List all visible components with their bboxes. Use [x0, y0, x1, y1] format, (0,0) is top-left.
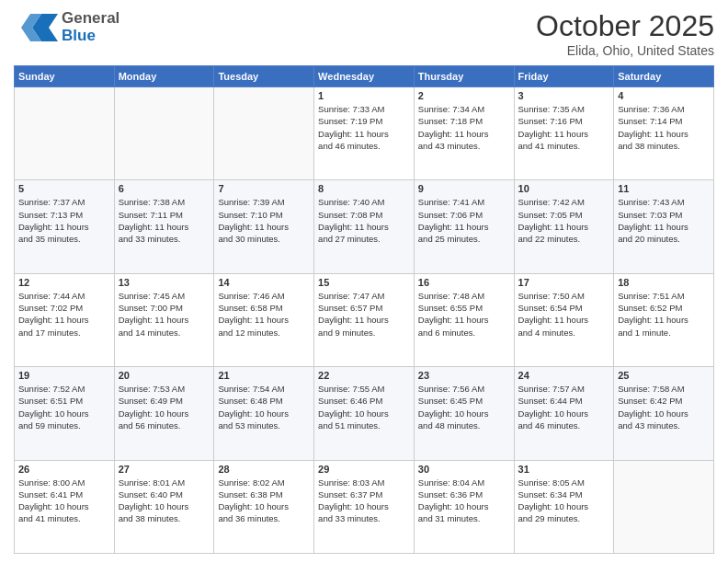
month-title: October 2025 [536, 9, 714, 43]
table-cell: 29Sunrise: 8:03 AMSunset: 6:37 PMDayligh… [314, 460, 415, 553]
calendar-table: Sunday Monday Tuesday Wednesday Thursday… [14, 65, 714, 554]
day-info-line: and 1 minute. [618, 327, 671, 338]
day-info-line: Daylight: 10 hours [518, 501, 589, 511]
day-info-line: Sunset: 7:11 PM [119, 210, 183, 220]
table-cell: 8Sunrise: 7:40 AMSunset: 7:08 PMDaylight… [314, 180, 415, 273]
table-cell: 19Sunrise: 7:52 AMSunset: 6:51 PMDayligh… [15, 367, 115, 460]
table-cell: 30Sunrise: 8:04 AMSunset: 6:36 PMDayligh… [414, 460, 514, 553]
day-info-line: Sunset: 7:16 PM [518, 116, 583, 126]
page: General Blue October 2025 Elida, Ohio, U… [0, 0, 728, 563]
table-cell: 14Sunrise: 7:46 AMSunset: 6:58 PMDayligh… [214, 273, 314, 366]
day-info-line: and 38 minutes. [119, 513, 181, 523]
week-row-4: 26Sunrise: 8:00 AMSunset: 6:41 PMDayligh… [15, 460, 714, 553]
table-cell: 21Sunrise: 7:54 AMSunset: 6:48 PMDayligh… [214, 367, 314, 460]
header-monday: Monday [114, 66, 214, 87]
day-info: Sunrise: 7:42 AMSunset: 7:05 PMDaylight:… [518, 196, 610, 245]
day-info-line: and 27 minutes. [318, 234, 381, 244]
day-info-line: Sunset: 6:34 PM [518, 489, 583, 500]
day-info-line: Daylight: 10 hours [318, 408, 389, 419]
day-info-line: Sunrise: 8:04 AM [418, 477, 484, 488]
day-info-line: Sunset: 7:14 PM [618, 116, 682, 126]
day-info-line: and 33 minutes. [119, 234, 181, 244]
table-cell: 17Sunrise: 7:50 AMSunset: 6:54 PMDayligh… [514, 273, 614, 366]
day-info-line: Sunset: 6:38 PM [218, 489, 282, 500]
day-info-line: Daylight: 10 hours [119, 501, 189, 511]
day-info-line: Sunrise: 7:34 AM [418, 104, 484, 114]
day-info-line: Sunrise: 7:52 AM [18, 384, 85, 394]
day-info-line: Sunset: 7:03 PM [618, 210, 682, 220]
day-info-line: Daylight: 11 hours [618, 222, 688, 232]
day-info-line: Daylight: 11 hours [618, 315, 688, 325]
day-number: 30 [418, 464, 510, 475]
day-info-line: Sunrise: 8:05 AM [518, 477, 585, 488]
table-cell: 18Sunrise: 7:51 AMSunset: 6:52 PMDayligh… [614, 273, 714, 366]
day-number: 27 [119, 464, 210, 475]
day-info: Sunrise: 7:45 AMSunset: 7:00 PMDaylight:… [119, 290, 210, 339]
day-info-line: Daylight: 11 hours [518, 129, 589, 139]
day-number: 1 [318, 90, 410, 101]
day-number: 26 [18, 464, 110, 475]
table-cell: 1Sunrise: 7:33 AMSunset: 7:19 PMDaylight… [314, 87, 415, 180]
day-info-line: Sunrise: 8:01 AM [119, 477, 185, 488]
day-number: 20 [119, 370, 210, 381]
day-info-line: and 31 minutes. [418, 513, 481, 523]
day-info: Sunrise: 8:04 AMSunset: 6:36 PMDaylight:… [418, 477, 510, 525]
day-number: 23 [418, 370, 510, 381]
day-info-line: Sunrise: 7:40 AM [318, 197, 384, 207]
day-number: 25 [618, 370, 710, 381]
day-number: 29 [318, 464, 410, 475]
day-info: Sunrise: 7:39 AMSunset: 7:10 PMDaylight:… [218, 196, 310, 245]
table-cell: 22Sunrise: 7:55 AMSunset: 6:46 PMDayligh… [314, 367, 415, 460]
day-info: Sunrise: 8:00 AMSunset: 6:41 PMDaylight:… [18, 477, 110, 525]
day-info-line: Daylight: 11 hours [218, 222, 289, 232]
day-number: 2 [418, 90, 510, 101]
day-info-line: Daylight: 10 hours [418, 501, 489, 511]
day-info-line: Daylight: 11 hours [318, 315, 389, 325]
day-info: Sunrise: 7:52 AMSunset: 6:51 PMDaylight:… [18, 383, 110, 431]
day-info-line: Daylight: 11 hours [618, 129, 688, 139]
logo-blue: Blue [62, 28, 119, 45]
day-info-line: Sunrise: 7:36 AM [618, 104, 684, 114]
table-cell: 9Sunrise: 7:41 AMSunset: 7:06 PMDaylight… [414, 180, 514, 273]
day-info-line: and 36 minutes. [218, 513, 280, 523]
day-info-line: and 46 minutes. [518, 420, 581, 431]
day-info-line: Sunset: 6:46 PM [318, 396, 382, 406]
day-info-line: and 17 minutes. [18, 327, 81, 338]
day-info-line: Daylight: 10 hours [18, 408, 89, 419]
day-info-line: Sunset: 7:13 PM [18, 210, 83, 220]
day-info: Sunrise: 7:56 AMSunset: 6:45 PMDaylight:… [418, 383, 510, 431]
table-cell: 7Sunrise: 7:39 AMSunset: 7:10 PMDaylight… [214, 180, 314, 273]
day-number: 14 [218, 277, 310, 288]
table-cell: 5Sunrise: 7:37 AMSunset: 7:13 PMDaylight… [15, 180, 115, 273]
header-wednesday: Wednesday [314, 66, 415, 87]
day-info-line: Daylight: 11 hours [418, 222, 489, 232]
day-info-line: Daylight: 11 hours [518, 315, 589, 325]
header-thursday: Thursday [414, 66, 514, 87]
day-info-line: Daylight: 11 hours [318, 222, 389, 232]
day-info-line: Daylight: 11 hours [18, 315, 89, 325]
table-cell [614, 460, 714, 553]
day-info-line: and 29 minutes. [518, 513, 581, 523]
day-info-line: and 9 minutes. [318, 327, 375, 338]
day-info-line: Sunset: 6:44 PM [518, 396, 583, 406]
day-info-line: Sunrise: 7:33 AM [318, 104, 384, 114]
day-number: 17 [518, 277, 610, 288]
day-info-line: and 48 minutes. [418, 420, 481, 431]
day-info: Sunrise: 7:35 AMSunset: 7:16 PMDaylight:… [518, 103, 610, 152]
day-number: 7 [218, 183, 310, 194]
day-info-line: Daylight: 11 hours [318, 129, 389, 139]
week-row-3: 19Sunrise: 7:52 AMSunset: 6:51 PMDayligh… [15, 367, 714, 460]
day-info: Sunrise: 7:40 AMSunset: 7:08 PMDaylight:… [318, 196, 410, 245]
day-info-line: and 43 minutes. [418, 141, 481, 151]
day-info-line: Sunrise: 8:02 AM [218, 477, 284, 488]
day-number: 11 [618, 183, 710, 194]
day-info: Sunrise: 7:41 AMSunset: 7:06 PMDaylight:… [418, 196, 510, 245]
day-info-line: Sunrise: 7:45 AM [119, 291, 185, 301]
day-info: Sunrise: 7:53 AMSunset: 6:49 PMDaylight:… [119, 383, 210, 431]
day-info: Sunrise: 7:58 AMSunset: 6:42 PMDaylight:… [618, 383, 710, 431]
table-cell: 28Sunrise: 8:02 AMSunset: 6:38 PMDayligh… [214, 460, 314, 553]
day-info-line: Sunset: 6:58 PM [218, 303, 282, 313]
day-info-line: Sunset: 7:08 PM [318, 210, 382, 220]
table-cell: 26Sunrise: 8:00 AMSunset: 6:41 PMDayligh… [15, 460, 115, 553]
day-number: 13 [119, 277, 210, 288]
